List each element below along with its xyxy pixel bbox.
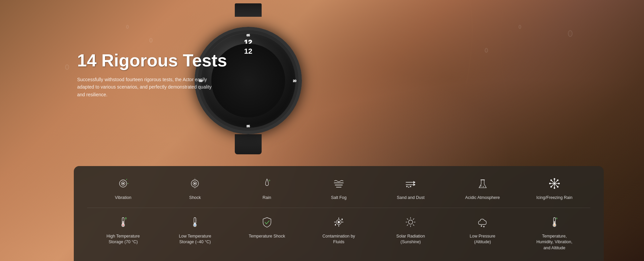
svg-point-42 xyxy=(409,187,409,188)
high-temp-icon xyxy=(116,215,130,229)
svg-point-53 xyxy=(549,183,551,184)
svg-point-1 xyxy=(126,25,128,29)
svg-point-57 xyxy=(557,179,558,181)
svg-point-58 xyxy=(550,186,552,188)
test-item-icing: Icing/Freezing Rain xyxy=(519,176,590,201)
low-temp-icon xyxy=(187,215,202,229)
test-item-temp-shock: Temperature Shock xyxy=(231,215,303,251)
svg-point-45 xyxy=(480,185,481,187)
low-temp-label: Low Temperature Storage (–40 °C) xyxy=(175,233,215,245)
thva-icon xyxy=(547,215,562,229)
svg-point-67 xyxy=(194,224,196,226)
test-item-thva: Temperature, Humidity, Vibration, and Al… xyxy=(519,215,590,251)
vibration-label: Vibration xyxy=(115,195,131,201)
icing-icon xyxy=(547,176,562,191)
tests-panel: Vibration Shock xyxy=(74,166,604,261)
test-item-low-temp: Low Temperature Storage (–40 °C) xyxy=(159,215,231,251)
vibration-icon xyxy=(116,176,130,191)
page-wrapper: 65 35 50 20 12 FRI 18 7645 328 | xyxy=(0,0,644,261)
svg-text:20: 20 xyxy=(293,79,297,83)
svg-line-83 xyxy=(413,224,414,226)
test-item-shock: Shock xyxy=(159,176,231,201)
test-item-sand-dust: Sand and Dust xyxy=(375,176,446,201)
svg-point-86 xyxy=(481,225,482,226)
test-item-rain: Rain xyxy=(231,176,303,201)
test-item-solar: Solar Radiation (Sunshine) xyxy=(375,215,446,251)
thva-label: Temperature, Humidity, Vibration, and Al… xyxy=(534,233,575,251)
low-pressure-label: Low Pressure (Altitude) xyxy=(463,233,503,245)
shock-icon xyxy=(187,176,202,191)
svg-point-4 xyxy=(65,65,69,69)
svg-point-51 xyxy=(554,178,555,180)
svg-point-91 xyxy=(553,224,555,226)
rain-label: Rain xyxy=(263,195,271,201)
sand-dust-icon xyxy=(403,176,418,191)
contamination-label: Contamination by Fluids xyxy=(319,233,359,245)
svg-point-54 xyxy=(558,183,560,184)
acidic-icon xyxy=(475,176,490,191)
svg-point-3 xyxy=(519,25,521,29)
high-temp-label: High Temperature Storage (70 °C) xyxy=(103,233,143,245)
low-pressure-icon xyxy=(475,215,490,229)
page-title: 14 Rigorous Tests xyxy=(77,50,227,70)
solar-label: Solar Radiation (Sunshine) xyxy=(390,233,431,245)
svg-point-62 xyxy=(122,224,124,226)
rain-icon xyxy=(260,176,274,191)
svg-point-56 xyxy=(557,186,558,188)
svg-line-82 xyxy=(407,218,408,220)
test-item-salt-fog: Salt Fog xyxy=(303,176,375,201)
svg-point-41 xyxy=(407,186,408,187)
icing-label: Icing/Freezing Rain xyxy=(536,195,573,201)
hero-section: 14 Rigorous Tests Successfully withstood… xyxy=(77,50,227,98)
test-item-low-pressure: Low Pressure (Altitude) xyxy=(446,215,518,251)
svg-line-28 xyxy=(126,179,127,180)
svg-point-32 xyxy=(195,183,196,184)
svg-text:65: 65 xyxy=(247,34,250,37)
svg-text:35: 35 xyxy=(247,124,250,128)
svg-point-52 xyxy=(554,188,555,189)
svg-point-46 xyxy=(483,186,484,187)
shock-label: Shock xyxy=(189,195,201,201)
temp-shock-label: Temperature Shock xyxy=(249,233,285,240)
svg-point-27 xyxy=(122,183,124,184)
svg-point-92 xyxy=(556,218,557,219)
svg-line-84 xyxy=(413,218,414,220)
row-divider xyxy=(87,208,590,208)
svg-point-77 xyxy=(409,220,413,224)
svg-point-2 xyxy=(485,48,488,52)
svg-line-85 xyxy=(407,224,408,226)
sand-dust-label: Sand and Dust xyxy=(397,195,425,201)
test-item-contamination: Contamination by Fluids xyxy=(303,215,375,251)
svg-point-55 xyxy=(550,179,552,181)
svg-point-87 xyxy=(483,226,484,227)
tests-row-1: Vibration Shock xyxy=(87,176,590,201)
svg-point-72 xyxy=(338,221,339,223)
acidic-label: Acidic Atmosphere xyxy=(465,195,500,201)
test-item-high-temp: High Temperature Storage (70 °C) xyxy=(87,215,159,251)
salt-fog-icon xyxy=(331,176,346,191)
test-item-acidic: Acidic Atmosphere xyxy=(446,176,518,201)
svg-point-0 xyxy=(150,38,152,42)
contamination-icon xyxy=(331,215,346,229)
svg-point-35 xyxy=(269,180,270,181)
svg-point-5 xyxy=(568,31,572,37)
solar-icon xyxy=(403,215,418,229)
svg-point-43 xyxy=(410,186,411,187)
salt-fog-label: Salt Fog xyxy=(331,195,347,201)
hero-subtitle: Successfully withstood fourteen rigorous… xyxy=(77,76,218,98)
temp-shock-icon xyxy=(260,215,274,229)
tests-row-2: High Temperature Storage (70 °C) xyxy=(87,215,590,251)
test-item-vibration: Vibration xyxy=(87,176,159,201)
